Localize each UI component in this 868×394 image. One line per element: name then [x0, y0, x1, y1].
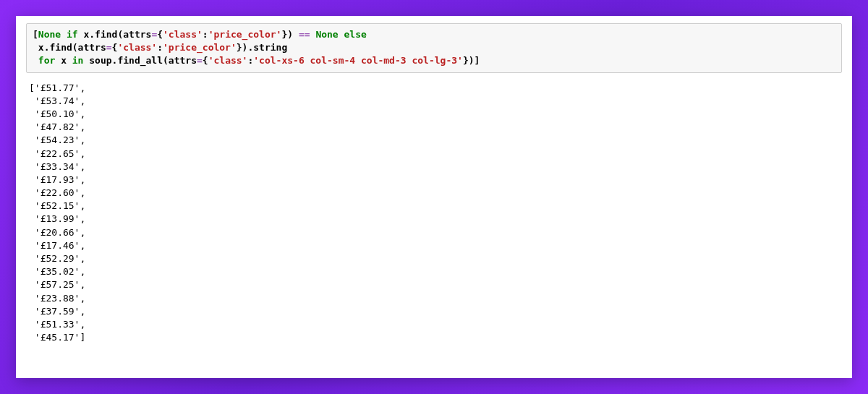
code-token: : — [157, 42, 163, 53]
string-literal: 'class' — [117, 42, 157, 53]
keyword-for: for — [38, 55, 55, 66]
code-token: : — [203, 29, 208, 40]
code-token — [33, 55, 38, 66]
operator-equals: = — [106, 42, 112, 53]
string-literal: 'class' — [163, 29, 203, 40]
code-token: }).string — [237, 42, 287, 53]
code-token: x.find(attrs — [33, 42, 106, 53]
code-token: [ — [33, 29, 38, 40]
keyword-else: else — [344, 29, 367, 40]
notebook-panel: [None if x.find(attrs={'class':'price_co… — [16, 16, 852, 378]
keyword-if: if — [67, 29, 78, 40]
code-input-cell[interactable]: [None if x.find(attrs={'class':'price_co… — [26, 23, 842, 73]
string-literal: 'price_color' — [163, 42, 237, 53]
code-token: { — [203, 55, 208, 66]
code-token — [339, 29, 344, 40]
string-literal: 'class' — [208, 55, 248, 66]
code-token: x.find(attrs — [78, 29, 152, 40]
code-token: })] — [463, 55, 480, 66]
code-token — [61, 29, 67, 40]
code-token: }) — [281, 29, 298, 40]
operator-equals: == — [299, 29, 310, 40]
keyword-none: None — [315, 29, 338, 40]
code-output-cell: ['£51.77', '£53.74', '£50.10', '£47.82',… — [23, 79, 845, 345]
keyword-in: in — [72, 55, 84, 66]
string-literal: 'price_color' — [208, 29, 282, 40]
operator-equals: = — [197, 55, 203, 66]
code-token: soup.find_all(attrs — [83, 55, 197, 66]
code-token: x — [55, 55, 72, 66]
string-literal: 'col-xs-6 col-sm-4 col-md-3 col-lg-3' — [253, 55, 463, 66]
code-token: { — [157, 29, 163, 40]
keyword-none: None — [38, 29, 61, 40]
